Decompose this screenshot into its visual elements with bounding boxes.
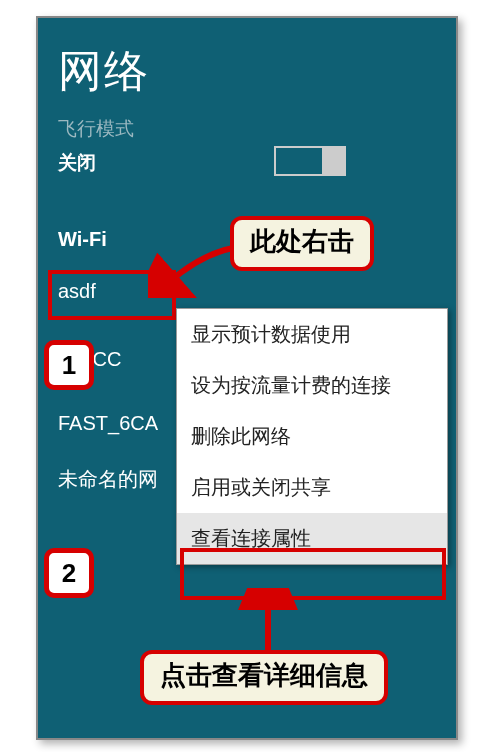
callout-view-details: 点击查看详细信息 (140, 650, 388, 705)
wifi-section-label: Wi-Fi (58, 228, 107, 251)
toggle-knob (322, 148, 344, 174)
menu-item-show-data-usage[interactable]: 显示预计数据使用 (177, 309, 447, 360)
network-panel: 网络 飞行模式 关闭 Wi-Fi asdf T_1CC FAST_6CA 未命名… (36, 16, 458, 740)
wifi-network-item[interactable]: asdf (58, 280, 96, 303)
callout-right-click: 此处右击 (230, 216, 374, 271)
wifi-network-item[interactable]: 未命名的网 (58, 466, 158, 493)
step-badge-2: 2 (44, 548, 94, 598)
airplane-mode-label: 飞行模式 (58, 116, 134, 142)
arrow-to-menu-item (238, 588, 298, 658)
airplane-mode-status: 关闭 (58, 150, 96, 176)
airplane-mode-toggle[interactable] (274, 146, 346, 176)
menu-item-toggle-sharing[interactable]: 启用或关闭共享 (177, 462, 447, 513)
step-badge-1: 1 (44, 340, 94, 390)
network-context-menu: 显示预计数据使用 设为按流量计费的连接 删除此网络 启用或关闭共享 查看连接属性 (176, 308, 448, 565)
menu-item-forget-network[interactable]: 删除此网络 (177, 411, 447, 462)
menu-item-view-properties[interactable]: 查看连接属性 (177, 513, 447, 564)
menu-item-set-metered[interactable]: 设为按流量计费的连接 (177, 360, 447, 411)
page-title: 网络 (58, 42, 150, 101)
wifi-network-item[interactable]: FAST_6CA (58, 412, 158, 435)
